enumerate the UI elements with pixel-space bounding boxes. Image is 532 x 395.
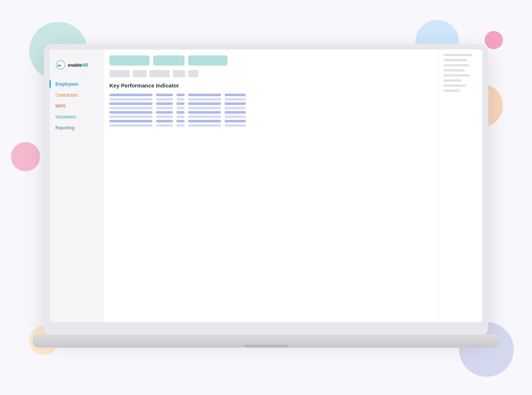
kpi-cell bbox=[156, 124, 173, 127]
right-panel-line bbox=[443, 90, 460, 92]
kpi-cell bbox=[225, 116, 246, 118]
kpi-cell bbox=[176, 116, 185, 118]
right-panel-line bbox=[443, 54, 473, 56]
kpi-cell bbox=[225, 120, 246, 122]
table-row bbox=[109, 111, 433, 114]
kpi-cell bbox=[225, 94, 246, 96]
kpi-cell bbox=[188, 124, 221, 127]
kpi-cell bbox=[176, 98, 185, 101]
table-row bbox=[109, 94, 433, 96]
right-panel-line bbox=[443, 69, 465, 71]
kpi-cell bbox=[176, 107, 185, 109]
kpi-cell bbox=[156, 98, 173, 101]
sidebar: en enableHR Employees Contractors WHS Vo… bbox=[50, 50, 104, 322]
sidebar-item-contractors[interactable]: Contractors bbox=[50, 90, 103, 101]
kpi-cell bbox=[225, 111, 246, 114]
toolbar bbox=[109, 55, 433, 66]
table-row bbox=[109, 120, 433, 122]
kpi-cell bbox=[109, 124, 152, 127]
table-row bbox=[109, 124, 433, 127]
toolbar-button-1[interactable] bbox=[109, 55, 149, 66]
kpi-cell bbox=[176, 102, 185, 105]
kpi-cell bbox=[188, 116, 221, 118]
laptop-screen-outer: en enableHR Employees Contractors WHS Vo… bbox=[44, 44, 488, 337]
kpi-cell bbox=[156, 116, 173, 118]
kpi-cell bbox=[225, 98, 246, 101]
kpi-cell bbox=[156, 94, 173, 96]
kpi-cell bbox=[109, 98, 152, 101]
kpi-cell bbox=[109, 111, 152, 114]
right-panel bbox=[439, 50, 482, 322]
kpi-cell bbox=[176, 120, 185, 122]
kpi-cell bbox=[109, 94, 152, 96]
toolbar-button-2[interactable] bbox=[153, 55, 185, 66]
filter-chip-3[interactable] bbox=[149, 70, 170, 77]
kpi-cell bbox=[225, 107, 246, 109]
kpi-heading: Key Performance Indicator bbox=[109, 82, 433, 89]
logo-text: enableHR bbox=[68, 62, 88, 68]
svg-text:en: en bbox=[58, 64, 61, 67]
logo-enable: enable bbox=[68, 63, 82, 68]
logo-hr: HR bbox=[82, 63, 88, 68]
right-panel-line bbox=[443, 59, 467, 61]
enablehr-logo-icon: en bbox=[55, 60, 66, 70]
toolbar-button-3[interactable] bbox=[188, 55, 228, 66]
kpi-cell bbox=[176, 94, 185, 96]
laptop-screen-inner: en enableHR Employees Contractors WHS Vo… bbox=[50, 50, 482, 322]
table-row bbox=[109, 107, 433, 109]
table-row bbox=[109, 102, 433, 105]
kpi-table bbox=[109, 94, 433, 127]
kpi-cell bbox=[109, 107, 152, 109]
kpi-cell bbox=[176, 124, 185, 127]
kpi-cell bbox=[225, 102, 246, 105]
kpi-cell bbox=[156, 102, 173, 105]
sidebar-item-whs[interactable]: WHS bbox=[50, 101, 103, 112]
filter-chip-5[interactable] bbox=[188, 70, 198, 77]
laptop-base bbox=[33, 335, 499, 348]
kpi-cell bbox=[176, 111, 185, 114]
kpi-cell bbox=[225, 124, 246, 127]
main-content: Key Performance Indicator bbox=[104, 50, 439, 322]
kpi-cell bbox=[109, 120, 152, 122]
sidebar-item-reporting[interactable]: Reporting bbox=[50, 122, 103, 133]
kpi-cell bbox=[188, 94, 221, 96]
kpi-cell bbox=[188, 98, 221, 101]
sidebar-item-employees[interactable]: Employees bbox=[50, 79, 103, 90]
kpi-cell bbox=[156, 120, 173, 122]
right-panel-line bbox=[443, 85, 466, 87]
kpi-cell bbox=[156, 111, 173, 114]
kpi-cell bbox=[188, 111, 221, 114]
right-panel-line bbox=[443, 64, 469, 66]
circle-pink-left bbox=[11, 142, 40, 171]
kpi-cell bbox=[156, 107, 173, 109]
right-panel-line bbox=[443, 74, 470, 77]
kpi-cell bbox=[109, 102, 152, 105]
table-row bbox=[109, 116, 433, 118]
filter-bar bbox=[109, 70, 433, 77]
table-row bbox=[109, 98, 433, 101]
filter-chip-4[interactable] bbox=[173, 70, 185, 77]
sidebar-item-volunteers[interactable]: Volunteers bbox=[50, 112, 103, 122]
kpi-cell bbox=[188, 120, 221, 122]
logo-area: en enableHR bbox=[50, 57, 103, 79]
kpi-cell bbox=[188, 102, 221, 105]
right-panel-line bbox=[443, 79, 462, 82]
laptop-frame: en enableHR Employees Contractors WHS Vo… bbox=[44, 44, 488, 337]
kpi-cell bbox=[109, 116, 152, 118]
filter-chip-2[interactable] bbox=[133, 70, 147, 77]
kpi-cell bbox=[188, 107, 221, 109]
filter-chip-1[interactable] bbox=[109, 70, 130, 77]
